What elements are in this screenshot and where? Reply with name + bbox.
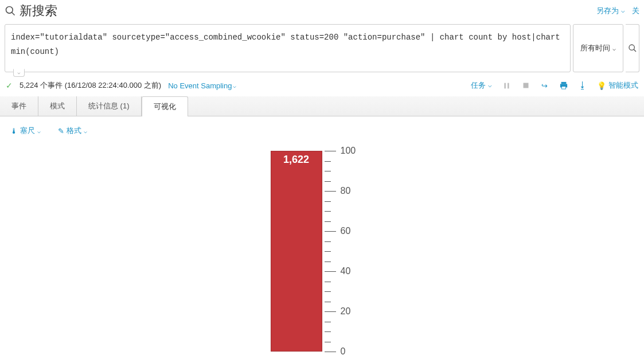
minor-tick — [325, 171, 331, 171]
minor-tick — [325, 282, 331, 282]
major-tick — [325, 191, 336, 192]
minor-tick — [325, 342, 331, 342]
tab-visualization[interactable]: 可视化 — [142, 96, 188, 116]
event-sampling-dropdown[interactable]: No Event Sampling ⌵ — [168, 81, 236, 90]
search-icon — [628, 44, 637, 53]
minor-tick — [325, 262, 331, 262]
minor-tick — [325, 251, 331, 252]
chevron-down-icon: ⌵ — [233, 83, 236, 89]
print-icon[interactable] — [559, 81, 568, 90]
chevron-down-icon: ⌵ — [612, 45, 616, 52]
check-icon: ✓ — [6, 81, 13, 90]
major-tick — [325, 271, 336, 272]
tabs-bar: 事件 模式 统计信息 (1) 可视化 — [0, 96, 644, 116]
svg-rect-5 — [508, 83, 509, 89]
search-query-text: index="tutorialdata" sourcetype="access_… — [11, 33, 560, 56]
format-dropdown[interactable]: ✎ 格式 ⌵ — [58, 126, 87, 136]
search-query-input[interactable]: index="tutorialdata" sourcetype="access_… — [5, 24, 571, 72]
chevron-down-icon: ⌵ — [37, 128, 41, 134]
minor-tick — [325, 322, 331, 322]
minor-tick — [325, 181, 331, 182]
major-tick — [325, 311, 336, 312]
ruler-dropdown[interactable]: 🌡 塞尺 ⌵ — [10, 126, 41, 136]
svg-point-2 — [629, 45, 634, 50]
minor-tick — [325, 221, 331, 222]
expand-handle[interactable]: ⌵ — [13, 69, 25, 77]
more-button[interactable]: 关 — [632, 6, 639, 16]
page-title: 新搜索 — [19, 2, 57, 19]
minor-tick — [325, 291, 331, 292]
events-count-text: 5,224 个事件 (16/12/08 22:24:40.000 之前) — [19, 80, 161, 91]
tick-label: 40 — [341, 266, 351, 276]
search-submit-button[interactable] — [626, 24, 639, 72]
major-tick — [325, 151, 336, 151]
svg-rect-6 — [523, 83, 528, 88]
svg-line-3 — [634, 49, 636, 52]
pencil-icon: ✎ — [58, 127, 64, 135]
minor-tick — [325, 161, 331, 162]
minor-tick — [325, 211, 331, 212]
download-icon[interactable]: ⭳ — [578, 81, 587, 90]
tab-events[interactable]: 事件 — [0, 96, 38, 116]
svg-rect-4 — [504, 83, 505, 89]
ruler-icon: 🌡 — [10, 127, 18, 135]
major-tick — [325, 352, 336, 352]
minor-tick — [325, 302, 331, 302]
minor-tick — [325, 241, 331, 242]
search-icon — [5, 5, 16, 17]
svg-point-0 — [6, 7, 13, 14]
tick-label: 60 — [341, 226, 351, 236]
tick-label: 20 — [341, 306, 351, 317]
gauge-value-label: 1,622 — [271, 151, 322, 166]
svg-rect-9 — [561, 87, 565, 89]
gauge-bar: 1,622 — [271, 151, 322, 352]
save-as-button[interactable]: 另存为 — [596, 6, 625, 16]
pause-icon[interactable] — [502, 81, 511, 90]
filler-gauge-chart: 1,622 020406080100 — [265, 151, 380, 354]
time-range-picker[interactable]: 所有时间 ⌵ — [573, 24, 623, 72]
tick-label: 100 — [341, 146, 356, 156]
chevron-down-icon: ⌵ — [84, 128, 87, 134]
tick-label: 0 — [341, 346, 346, 354]
share-icon[interactable]: ↪ — [540, 81, 549, 90]
major-tick — [325, 231, 336, 232]
stop-icon[interactable] — [521, 81, 530, 90]
minor-tick — [325, 201, 331, 202]
tick-label: 80 — [341, 186, 351, 196]
tab-statistics[interactable]: 统计信息 (1) — [77, 96, 142, 116]
tab-patterns[interactable]: 模式 — [38, 96, 77, 116]
minor-tick — [325, 331, 331, 332]
svg-line-1 — [12, 13, 15, 15]
bulb-icon: 💡 — [597, 81, 606, 90]
tasks-dropdown[interactable]: 任务 — [471, 80, 492, 91]
smart-mode-button[interactable]: 💡 智能模式 — [597, 80, 638, 91]
svg-rect-7 — [561, 82, 566, 84]
